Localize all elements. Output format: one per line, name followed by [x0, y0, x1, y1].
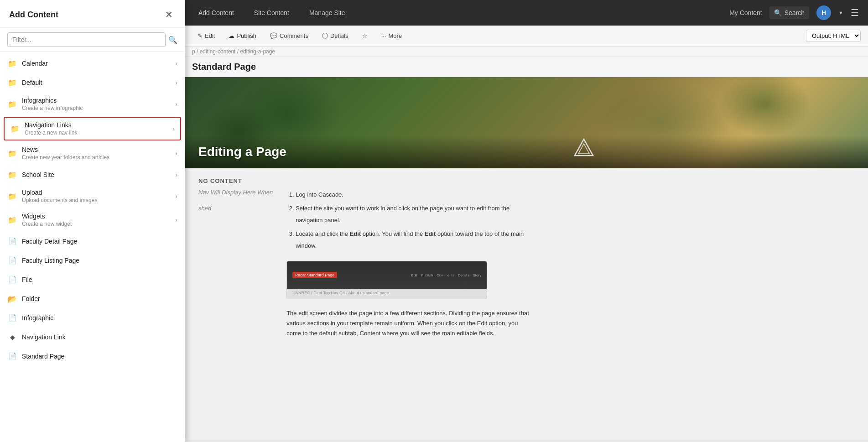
- ss-page-label: Page: Standard Page: [292, 272, 337, 278]
- ss-publish-btn: Publish: [421, 273, 433, 277]
- chevron-right-icon: ›: [175, 60, 177, 67]
- ss-edit-btn: Edit: [411, 273, 417, 277]
- details-icon: ⓘ: [322, 32, 328, 40]
- item-label-navigation-links: Navigation Links: [25, 121, 172, 129]
- folder-icon: 📁: [7, 78, 17, 88]
- hero-logo: [573, 137, 595, 159]
- more-dots-icon: ···: [381, 32, 386, 39]
- item-sub-infographics: Create a new infographic: [22, 105, 175, 111]
- output-select[interactable]: Output: HTML: [806, 30, 861, 42]
- nav-item-add-content[interactable]: Add Content: [194, 6, 239, 19]
- list-item-file[interactable]: 📄 File: [0, 270, 185, 289]
- publish-button[interactable]: ☁ Publish: [223, 30, 262, 42]
- top-navigation: Add Content Site Content Manage Site My …: [185, 0, 868, 26]
- folder-icon: 📁: [10, 124, 20, 134]
- add-content-panel: Add Content ✕ 🔍 📁 Calendar › 📁 Default: [0, 0, 185, 442]
- ss-story-btn: Story: [473, 273, 481, 277]
- item-label-navigation-link: Navigation Link: [22, 333, 177, 341]
- toolbar: ✎ Edit ☁ Publish 💬 Comments ⓘ Details ☆ …: [185, 26, 868, 47]
- instruction-1: Log into Cascade.: [296, 189, 533, 201]
- nav-placeholder-text: Nav Will Display Here When: [198, 189, 273, 196]
- breadcrumb: p / editing-content / editing-a-page: [185, 47, 868, 57]
- instruction-2: Select the site you want to work in and …: [296, 203, 533, 226]
- list-item-infographics[interactable]: 📁 Infographics Create a new infographic …: [0, 92, 185, 116]
- item-label-file: File: [22, 276, 177, 283]
- edit-button[interactable]: ✎ Edit: [192, 30, 220, 42]
- item-label-upload: Upload: [22, 189, 175, 196]
- folder-icon: 📁: [7, 58, 17, 68]
- sidebar-list: 📁 Calendar › 📁 Default › 📁 Infographics: [0, 52, 185, 442]
- sidebar-header: Add Content ✕: [0, 0, 185, 28]
- sidebar-panel-title: Add Content: [9, 10, 58, 20]
- search-icon[interactable]: 🔍: [168, 36, 177, 44]
- folder-yellow-icon: 📂: [7, 294, 17, 304]
- breadcrumb-text: p / editing-content / editing-a-page: [192, 48, 275, 55]
- hero-image: Editing a Page: [185, 77, 868, 168]
- hero-overlay: Editing a Page: [185, 135, 868, 168]
- screenshot-box: Page: Standard Page Edit Publish Comment…: [286, 261, 487, 299]
- filter-row: 🔍: [0, 28, 185, 52]
- list-item-navigation-link[interactable]: ◆ Navigation Link: [0, 328, 185, 347]
- svg-marker-0: [575, 139, 593, 156]
- chevron-right-icon: ›: [175, 150, 177, 157]
- list-item-folder[interactable]: 📂 Folder: [0, 289, 185, 308]
- list-item-faculty-detail[interactable]: 📄 Faculty Detail Page: [0, 232, 185, 251]
- file-icon: 📄: [7, 236, 17, 246]
- more-button[interactable]: ··· More: [376, 30, 407, 42]
- item-label-faculty-detail: Faculty Detail Page: [22, 238, 177, 245]
- chevron-right-icon: ›: [172, 125, 175, 132]
- chevron-right-icon: ›: [175, 192, 177, 200]
- list-item-widgets[interactable]: 📁 Widgets Create a new widget ›: [0, 208, 185, 232]
- details-button[interactable]: ⓘ Details: [317, 29, 354, 43]
- item-label-infographics: Infographics: [22, 97, 175, 104]
- section-title: NG CONTENT: [198, 177, 854, 184]
- edit-icon: ✎: [198, 32, 203, 39]
- list-item-calendar[interactable]: 📁 Calendar ›: [0, 54, 185, 73]
- chevron-right-icon: ›: [175, 100, 177, 108]
- file-icon: 📄: [7, 275, 17, 285]
- page-title: Standard Page: [185, 57, 868, 77]
- comments-icon: 💬: [270, 32, 277, 39]
- instructions-block: Log into Cascade. Select the site you wa…: [286, 189, 533, 338]
- list-item-navigation-links[interactable]: 📁 Navigation Links Create a new nav link…: [4, 117, 181, 140]
- navlink-icon: ◆: [7, 332, 17, 342]
- search-magnifier-icon: 🔍: [774, 9, 782, 16]
- item-label-folder: Folder: [22, 295, 177, 302]
- user-avatar[interactable]: H: [816, 5, 831, 20]
- item-label-faculty-listing: Faculty Listing Page: [22, 257, 177, 264]
- item-label-school-site: School Site: [22, 171, 175, 178]
- folder-icon: 📁: [7, 191, 17, 201]
- list-item-faculty-listing[interactable]: 📄 Faculty Listing Page: [0, 251, 185, 270]
- star-button[interactable]: ☆: [357, 30, 373, 42]
- hero-title: Editing a Page: [198, 145, 854, 159]
- file-icon: 📄: [7, 313, 17, 323]
- my-content-button[interactable]: My Content: [729, 9, 762, 16]
- file-icon: 📄: [7, 351, 17, 361]
- list-item-school-site[interactable]: 📁 School Site ›: [0, 165, 185, 184]
- search-button[interactable]: 🔍 Search: [769, 6, 809, 19]
- nav-item-site-content[interactable]: Site Content: [249, 6, 294, 19]
- hamburger-menu-icon[interactable]: ☰: [851, 7, 859, 18]
- ss-comments-btn: Comments: [437, 273, 454, 277]
- list-item-upload[interactable]: 📁 Upload Upload documents and images ›: [0, 184, 185, 208]
- instruction-3: Locate and click the Edit option. You wi…: [296, 228, 533, 252]
- item-sub-navigation-links: Create a new nav link: [25, 130, 172, 136]
- chevron-right-icon: ›: [175, 171, 177, 178]
- filter-input[interactable]: [7, 32, 166, 47]
- item-label-standard-page: Standard Page: [22, 353, 177, 360]
- instructions-list: Log into Cascade. Select the site you wa…: [286, 189, 533, 252]
- close-button[interactable]: ✕: [162, 8, 176, 21]
- list-item-infographic[interactable]: 📄 Infographic: [0, 308, 185, 328]
- item-label-infographic: Infographic: [22, 314, 177, 322]
- search-label: Search: [785, 9, 805, 16]
- nav-item-manage-site[interactable]: Manage Site: [305, 6, 350, 19]
- folder-icon: 📁: [7, 170, 17, 180]
- folder-icon: 📁: [7, 215, 17, 225]
- list-item-default[interactable]: 📁 Default ›: [0, 73, 185, 92]
- ss-details-btn: Details: [458, 273, 469, 277]
- list-item-standard-page[interactable]: 📄 Standard Page: [0, 347, 185, 366]
- list-item-news[interactable]: 📁 News Create new year folders and artic…: [0, 141, 185, 165]
- item-label-default: Default: [22, 79, 175, 86]
- comments-button[interactable]: 💬 Comments: [265, 30, 314, 42]
- user-dropdown-icon[interactable]: ▼: [838, 10, 843, 16]
